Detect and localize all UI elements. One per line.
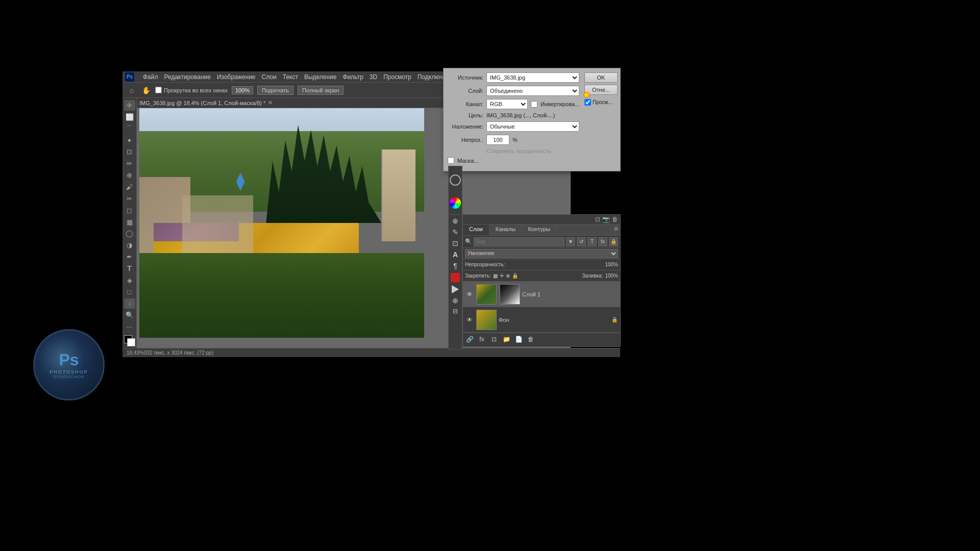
fullscreen-button[interactable]: Полный экран <box>298 86 344 95</box>
layers-filter-btn1[interactable]: ▼ <box>566 237 575 246</box>
hand-tool[interactable]: ☟ <box>124 298 135 309</box>
shape-tool[interactable]: □ <box>124 287 135 297</box>
brush-icon[interactable]: ✎ <box>452 228 458 236</box>
canvas-image <box>139 108 424 338</box>
layers-panel-link-icon[interactable]: ⊡ <box>595 216 600 223</box>
lock-artboard-icon[interactable]: ⊕ <box>506 273 510 279</box>
tab-paths[interactable]: Контуры <box>522 224 557 235</box>
ps-logo: Ps PHOTOSHOP SUNDUCHOK <box>33 329 105 400</box>
zoom-tool[interactable]: 🔍 <box>124 310 135 320</box>
menu-image[interactable]: Изображение <box>217 73 256 81</box>
brush-tool[interactable]: 🖌 <box>124 182 135 192</box>
history-icon[interactable]: ⊕ <box>452 296 458 305</box>
layers-search-input[interactable] <box>474 237 565 246</box>
new-layer-btn[interactable]: 📄 <box>514 335 523 344</box>
gradient-tool[interactable]: ▦ <box>124 217 135 228</box>
ps-logo-subtitle: SUNDUCHOK <box>54 374 85 379</box>
layer-select[interactable]: Объединено <box>486 86 579 96</box>
layer-label: Слой: <box>448 88 483 94</box>
canvas-tab-title: IMG_3638.jpg @ 18,4% (Слой 1, Слой-маска… <box>139 100 265 106</box>
layer-item-bg[interactable]: 👁 Фон 🔒 <box>463 307 620 333</box>
target-value: IMG_3638.jpg (..., Слой-...) <box>486 112 555 118</box>
lock-pixels-icon[interactable]: ▦ <box>493 273 498 279</box>
home-icon[interactable]: ⌂ <box>127 85 137 95</box>
menu-text[interactable]: Текст <box>283 73 298 81</box>
layer-vis-1[interactable]: 👁 <box>465 290 474 299</box>
tab-channels[interactable]: Каналы <box>489 224 522 235</box>
menu-select[interactable]: Выделение <box>304 73 337 81</box>
paragraph-icon[interactable]: ¶ <box>453 262 457 270</box>
mask-icon-btn[interactable]: ⊟ <box>453 308 458 315</box>
move-tool[interactable]: ✛ <box>124 100 135 111</box>
layers-panel: ⊡ 📷 🗑 Слои Каналы Контуры ≡ 🔍 ▼ ↺ T fx 🔒… <box>462 214 621 347</box>
lock-row: Закрепить: ▦ ✛ ⊕ 🔒 Заливка: 100% <box>463 270 620 282</box>
color-wheel-icon[interactable] <box>450 197 461 209</box>
search-icon: 🔍 <box>465 238 472 245</box>
blending-select[interactable]: Обычные <box>486 121 579 132</box>
menu-filter[interactable]: Фильтр <box>343 73 363 81</box>
layers-panel-menu-icon[interactable]: ≡ <box>612 224 620 235</box>
ok-button[interactable]: OK <box>584 72 618 83</box>
text-icon[interactable]: A <box>453 251 458 259</box>
layers-filter-btn2[interactable]: ↺ <box>577 237 586 246</box>
menu-3d[interactable]: 3D <box>370 73 377 81</box>
path-icon[interactable]: ⊡ <box>452 239 458 247</box>
opacity-input[interactable] <box>486 135 509 145</box>
new-group-btn[interactable]: 📁 <box>502 335 511 344</box>
layers-panel-camera-icon[interactable]: 📷 <box>602 216 610 223</box>
menu-view[interactable]: Просмотр <box>383 73 411 81</box>
close-tab-button[interactable]: ✕ <box>268 99 273 106</box>
source-select[interactable]: IMG_3638.jpg <box>486 72 579 83</box>
spot-heal-tool[interactable]: ⊕ <box>124 170 135 181</box>
layer-thumb-1 <box>476 284 497 305</box>
layer-item-1[interactable]: 👁 Слой 1 <box>463 282 620 307</box>
layers-filter-btn5[interactable]: 🔒 <box>609 237 618 246</box>
layers-filter-btn3[interactable]: T <box>587 237 597 246</box>
more-tools[interactable]: ··· <box>124 321 135 332</box>
add-mask-btn[interactable]: ⊡ <box>489 335 499 344</box>
blend-mode-row: Умножение <box>463 248 620 259</box>
lasso-tool[interactable]: ⌒ <box>124 123 135 134</box>
blur-tool[interactable]: ◯ <box>124 228 135 239</box>
blend-mode-select[interactable]: Умножение <box>465 249 618 258</box>
add-layer-icon[interactable]: ⊕ <box>452 217 458 225</box>
invert-checkbox[interactable] <box>531 101 537 108</box>
channel-select[interactable]: RGB <box>486 99 528 109</box>
link-layers-btn[interactable]: 🔗 <box>465 335 474 344</box>
hand-tool-icon[interactable]: ✋ <box>141 85 151 95</box>
add-effect-btn[interactable]: fx <box>477 335 486 344</box>
fill-label: Заливка: <box>582 273 603 279</box>
eraser-tool[interactable]: ◻ <box>124 205 135 216</box>
cancel-button[interactable]: Отне... <box>584 85 618 95</box>
layers-icon-panel: ⊕ ✎ ⊡ A ¶ ⊕ ⊟ <box>448 214 462 349</box>
red-square-icon[interactable] <box>451 273 460 282</box>
preview-checkbox[interactable] <box>584 99 591 106</box>
layer-vis-bg[interactable]: 👁 <box>465 315 474 324</box>
menu-layers[interactable]: Слои <box>262 73 277 81</box>
lock-move-icon[interactable]: ✛ <box>500 273 504 279</box>
text-tool[interactable]: T <box>124 263 135 274</box>
mask-checkbox[interactable] <box>448 157 454 164</box>
eyedropper-tool[interactable]: ✏ <box>124 158 135 169</box>
lock-all-icon[interactable]: 🔒 <box>512 273 518 279</box>
layers-filter-btn4[interactable]: fx <box>598 237 607 246</box>
pen-tool[interactable]: ✒ <box>124 252 135 262</box>
magic-wand-tool[interactable]: ✦ <box>124 135 135 146</box>
dodge-tool[interactable]: ◑ <box>124 240 135 251</box>
scroll-all-checkbox[interactable] <box>155 87 162 93</box>
foreground-color[interactable] <box>124 335 135 346</box>
delete-layer-btn[interactable]: 🗑 <box>526 335 535 344</box>
tab-layers[interactable]: Слои <box>463 224 489 235</box>
crop-tool[interactable]: ⊡ <box>124 146 135 157</box>
path-tool[interactable]: ◈ <box>124 275 135 286</box>
layers-panel-delete-icon[interactable]: 🗑 <box>612 216 618 223</box>
selection-tool[interactable]: ⬜ <box>124 112 135 122</box>
menu-file[interactable]: Файл <box>143 73 158 81</box>
target-icon[interactable] <box>450 174 461 186</box>
fit-button[interactable]: Подогнать <box>257 86 293 95</box>
opacity-label: Непроз.: <box>448 137 483 143</box>
opacity-value: 100% <box>605 262 618 267</box>
stamp-tool[interactable]: ✂ <box>124 193 135 204</box>
play-icon[interactable] <box>452 285 459 293</box>
menu-edit[interactable]: Редактирование <box>164 73 211 81</box>
